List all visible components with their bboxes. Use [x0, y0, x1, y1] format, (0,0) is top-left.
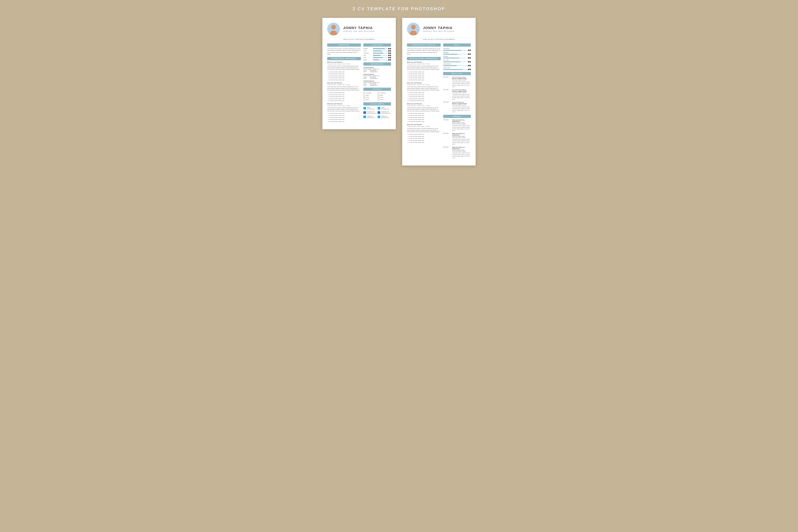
cv1-social-header: SOCIAL MEDIA [363, 102, 391, 106]
checkbox-icon [378, 92, 379, 94]
lang-english: English [363, 48, 391, 49]
checkbox-icon [363, 94, 365, 96]
cv1-expertize-section: EXPERTIZE Lorem ipsum dolor sit amet, co… [327, 43, 361, 55]
cv2-col-right: SKILL Photoshop Illustrator [443, 43, 471, 161]
cv1-social-grid: S Skypeyourskype.com S Skypeyourskype.co… [363, 107, 391, 119]
interest-travelling-2: Travelling [378, 92, 391, 94]
cv1-job1-title: Write Your Job Title Here [327, 61, 361, 63]
cv1-job1-desc: Lorem ipsum dolor sit amet, consectetur … [327, 65, 361, 70]
twitter-icon: t [363, 116, 366, 118]
cv2-job1-title: Write Your Job Title Here [407, 61, 441, 63]
cv2-education-section: EDUCATION 2000-2020 Juel University, Can… [443, 72, 471, 113]
cv2-header: JONNY TAPHIA GRAPHIC AND WEB DESIGNER [407, 23, 471, 35]
cv2-avatar [407, 23, 420, 35]
cv2-profile-text: Lorem ipsum dolor sit amet, consectetur … [407, 48, 441, 55]
cv1-name: JONNY TAPHIA [343, 26, 391, 30]
cv2-awards-header: AWARDS [443, 115, 471, 118]
cv1-job3-company: Company Name | Location | 2000 - Present [327, 105, 361, 106]
cv2-job2-desc: Lorem ipsum dolor sit amet, consectetur … [407, 86, 441, 91]
lang-japan: Japan [363, 59, 391, 60]
cv2-education-header: EDUCATION [443, 72, 471, 75]
cv1-references-header: REFERENCES [363, 62, 391, 65]
skill-msoffice: Ms. Office [443, 59, 471, 62]
social-facebook-2: f Facebook.comyourfacebook.com [378, 111, 391, 114]
cv2-job2-company: Company Name | Location | 2000 - Present [407, 84, 441, 86]
award2: 2000-2020 Write your awards our achievem… [443, 133, 471, 145]
social-twitter-1: t Twitter.comyourtwitter.com [363, 115, 377, 118]
cv-template-1: JONNY TAPHIA GRAPHIC AND WEB DESIGNER St… [322, 18, 396, 129]
twitter-icon: t [378, 116, 380, 118]
cv2-job4-list: Ut enim ad minim veniam, quis Ut enim ad… [407, 133, 441, 144]
cv1-languages-section: LANGUAGES English Frech [363, 43, 391, 60]
facebook-icon: f [378, 111, 380, 114]
cv2-job2-title: Write Your Job Title Here [407, 82, 441, 84]
cv1-expertize-header: EXPERTIZE [327, 43, 361, 46]
cv2-profile-section: PROFESIONAL PROFILE Lorem ipsum dolor si… [407, 43, 441, 55]
cv1-title: GRAPHIC AND WEB DESIGNER [343, 31, 391, 32]
skill-dreamweaver: Dreamweaver [443, 63, 471, 66]
cv2-job3-title: Write Your Job Title Here [407, 103, 441, 104]
cv2-job4-title: Write Your Job Title Here [407, 124, 441, 125]
checkbox-icon [378, 97, 379, 98]
cv2-awards-section: AWARDS 2000-2020 Write your awards our a… [443, 115, 471, 159]
cv1-expertize-text: Lorem ipsum dolor sit amet, consectetur … [327, 48, 361, 55]
interest-music-2: Music [378, 99, 391, 100]
interest-sport-1: Sport [363, 94, 377, 96]
cv2-contact: Street, City, Zip | +01234 56123 | youre… [407, 37, 471, 41]
ref3: Gerrard Kamuchi Senior Designer Capital … [363, 80, 391, 86]
cv1-job2-list: Ut enim ad minim veniam, quis Ut enim ad… [327, 92, 361, 102]
cv1-job3-title: Write Your Job Title Here [327, 103, 361, 104]
interest-sport-2: Sport [378, 94, 391, 96]
checkbox-icon [378, 99, 379, 100]
cv1-job3-desc: Lorem ipsum dolor sit amet, consectetur … [327, 107, 361, 112]
cv2-job3-company: Company Name | Location | 2000 - Present [407, 105, 441, 106]
cv1-avatar [327, 23, 340, 35]
award3: 2000-2020 Write your awards our achievem… [443, 147, 471, 159]
cv1-experience-header: EXPERIENCE CONTINUED [327, 57, 361, 60]
cv2-job1-desc: Lorem ipsum dolor sit amet, consectetur … [407, 65, 441, 70]
award1: 2000-2020 Write your awards our achievem… [443, 119, 471, 132]
cv2-job1-company: Company Name | Location | 2000 - Present [407, 63, 441, 65]
cv1-job2-company: Company Name | Location | 2000 - Present [327, 84, 361, 86]
skill-indesign: Indesign [443, 56, 471, 59]
edu2: 2000-2020 Juel University, England Bacel… [443, 89, 471, 100]
cv2-job2-list: Ut enim ad minim veniam, quis Ut enim ad… [407, 92, 441, 102]
cv1-job3-list: Ut enim ad minim veniam, quis Ut enim ad… [327, 113, 361, 122]
lang-arab: Arab [363, 57, 391, 58]
cv2-col-left: PROFESIONAL PROFILE Lorem ipsum dolor si… [407, 43, 441, 161]
ref2: Gerrard Kamuchi Senior Designer Capital … [363, 74, 391, 79]
facebook-icon: f [363, 111, 366, 114]
lang-french: Frech [363, 50, 391, 52]
checkbox-icon [378, 94, 379, 96]
cv2-job4-company: Company Name | Location | 2000 - Present [407, 126, 441, 127]
edu3: 2000-2020 Juel University, USA Bacelor i… [443, 101, 471, 113]
cv2-skills-section: SKILL Photoshop Illustrator [443, 43, 471, 70]
cv2-header-info: JONNY TAPHIA GRAPHIC AND WEB DESIGNER [423, 26, 471, 32]
cv1-job1-list: Ut enim ad minim veniam, quis Ut enim ad… [327, 71, 361, 81]
cv1-social-section: SOCIAL MEDIA S Skypeyourskype.com S Skyp… [363, 102, 391, 119]
cv1-contact: Street, City, Zip | +01234 56123 | youre… [327, 37, 391, 41]
cv2-experience-section: PROFESSIONAL EXPERIENCE Write Your Job T… [407, 57, 441, 144]
cv1-job2-desc: Lorem ipsum dolor sit amet, consectetur … [327, 86, 361, 91]
cv-template-2: JONNY TAPHIA GRAPHIC AND WEB DESIGNER St… [402, 18, 476, 166]
cv1-body: EXPERTIZE Lorem ipsum dolor sit amet, co… [327, 43, 391, 125]
interest-travelling-1: Travelling [363, 92, 377, 94]
social-skype-2: S Skypeyourskype.com [378, 107, 391, 110]
skype-icon: S [363, 107, 366, 110]
cv1-header-info: JONNY TAPHIA GRAPHIC AND WEB DESIGNER [343, 26, 391, 32]
cv1-languages-header: LANGUAGES [363, 43, 391, 46]
skill-photoshop: Photoshop [443, 48, 471, 51]
cv1-col-left: EXPERTIZE Lorem ipsum dolor sit amet, co… [327, 43, 361, 125]
skill-adobe: Adobe Suits [443, 67, 471, 70]
checkbox-icon [363, 99, 365, 100]
templates-container: JONNY TAPHIA GRAPHIC AND WEB DESIGNER St… [3, 18, 795, 166]
cv2-skills-header: SKILL [443, 43, 471, 46]
cv1-references-section: REFERENCES Gerrard Kamuchi Senior Design… [363, 62, 391, 86]
interest-photo-1: Photo [363, 97, 377, 98]
cv2-job3-list: Ut enim ad minim veniam, quis Ut enim ad… [407, 113, 441, 122]
cv1-interest-section: INTEREST Travelling Travelling Sport Spo… [363, 88, 391, 100]
cv2-job1-list: Ut enim ad minim veniam, quis Ut enim ad… [407, 71, 441, 81]
svg-point-4 [411, 25, 416, 30]
cv2-body: PROFESIONAL PROFILE Lorem ipsum dolor si… [407, 43, 471, 161]
cv1-experience-section: EXPERIENCE CONTINUED Write Your Job Titl… [327, 57, 361, 122]
